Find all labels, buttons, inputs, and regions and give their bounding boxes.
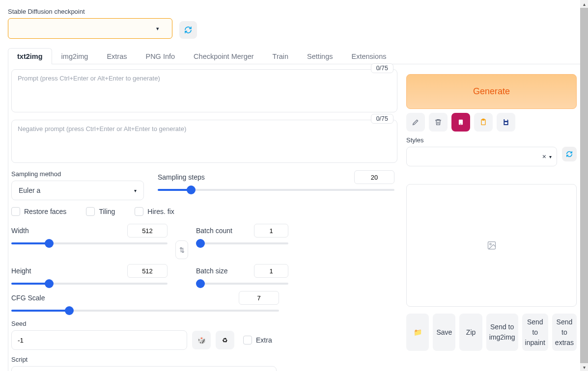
sampling-steps-input[interactable] (354, 170, 394, 184)
save-button[interactable]: Save (433, 314, 455, 351)
height-slider[interactable] (11, 283, 168, 285)
tab-checkpoint-merger[interactable]: Checkpoint Merger (184, 48, 263, 64)
hires-fix-checkbox[interactable]: Hires. fix (135, 207, 174, 216)
zip-button[interactable]: Zip (459, 314, 482, 351)
swap-dimensions-button[interactable]: ⇅ (175, 240, 188, 259)
send-to-img2img-button[interactable]: Send to img2img (486, 314, 518, 351)
sampling-method-value: Euler a (19, 186, 40, 194)
restore-faces-checkbox[interactable]: Restore faces (11, 207, 66, 216)
seed-label: Seed (11, 320, 394, 327)
height-label: Height (11, 267, 31, 275)
recycle-icon: ♻ (222, 337, 228, 344)
width-slider[interactable] (11, 242, 168, 244)
batch-count-slider[interactable] (196, 242, 288, 244)
sampling-steps-slider[interactable] (158, 189, 394, 191)
clear-icon[interactable]: × (542, 153, 546, 160)
dice-icon: 🎲 (197, 337, 206, 344)
tab-img2img[interactable]: img2img (52, 48, 98, 64)
svg-rect-4 (504, 119, 507, 121)
folder-icon: 📁 (414, 327, 422, 338)
cfg-input[interactable] (239, 291, 279, 305)
output-gallery (406, 184, 577, 307)
scrollbar[interactable]: ▴ ▾ (580, 0, 588, 371)
styles-select[interactable]: × ▾ (406, 147, 557, 166)
interrogate-button[interactable] (406, 113, 425, 132)
svg-rect-3 (482, 119, 484, 120)
trash-icon (434, 118, 442, 126)
svg-point-1 (460, 124, 461, 125)
script-select[interactable]: None ▾ (11, 366, 277, 371)
width-input[interactable] (127, 224, 168, 238)
extra-networks-button[interactable] (451, 113, 470, 132)
batch-count-input[interactable] (254, 224, 288, 238)
tab-pnginfo[interactable]: PNG Info (136, 48, 184, 64)
negative-prompt-input[interactable] (11, 120, 397, 163)
clear-prompt-button[interactable] (429, 113, 448, 132)
cfg-label: CFG Scale (11, 294, 45, 302)
tab-train[interactable]: Train (263, 48, 298, 64)
refresh-checkpoint-button[interactable] (179, 21, 197, 39)
scrollbar-thumb[interactable] (580, 8, 588, 363)
height-input[interactable] (127, 264, 168, 278)
sampling-method-select[interactable]: Euler a ▾ (11, 181, 144, 200)
checkpoint-label: Stable Diffusion checkpoint (8, 8, 172, 15)
chevron-down-icon: ▾ (156, 26, 159, 32)
styles-label: Styles (406, 136, 577, 144)
svg-rect-5 (504, 122, 507, 124)
reuse-seed-button[interactable]: ♻ (216, 331, 234, 349)
scroll-down-arrow-icon[interactable]: ▾ (580, 363, 588, 371)
batch-size-input[interactable] (254, 264, 288, 278)
open-folder-button[interactable]: 📁 (406, 314, 429, 351)
checkpoint-select[interactable]: ▾ (8, 18, 172, 39)
svg-point-7 (489, 243, 491, 245)
send-to-inpaint-button[interactable]: Send to inpaint (522, 314, 548, 351)
prompt-token-counter: 0/75 (371, 63, 393, 73)
paste-button[interactable] (474, 113, 493, 132)
batch-count-label: Batch count (196, 227, 232, 235)
refresh-icon (184, 26, 192, 34)
sampling-method-label: Sampling method (11, 170, 144, 178)
chevron-down-icon: ▾ (134, 188, 137, 193)
chevron-down-icon: ▾ (549, 154, 552, 159)
tiling-checkbox[interactable]: Tiling (86, 207, 115, 216)
clipboard-icon (479, 118, 487, 126)
width-label: Width (11, 227, 29, 235)
cfg-slider[interactable] (11, 310, 279, 312)
refresh-icon (566, 151, 573, 158)
batch-size-slider[interactable] (196, 283, 288, 285)
generate-button[interactable]: Generate (406, 74, 577, 109)
refresh-styles-button[interactable] (562, 147, 577, 161)
image-placeholder-icon (487, 240, 497, 250)
script-label: Script (11, 356, 394, 363)
save-style-button[interactable] (497, 113, 515, 132)
batch-size-label: Batch size (196, 267, 228, 275)
card-icon (457, 119, 464, 126)
send-to-extras-button[interactable]: Send to extras (552, 314, 577, 351)
tab-extras[interactable]: Extras (97, 48, 136, 64)
seed-input[interactable] (11, 330, 187, 350)
tabs: txt2img img2img Extras PNG Info Checkpoi… (8, 48, 582, 64)
sampling-steps-label: Sampling steps (158, 173, 205, 181)
prompt-input[interactable] (11, 69, 397, 112)
random-seed-button[interactable]: 🎲 (192, 331, 211, 349)
scroll-up-arrow-icon[interactable]: ▴ (580, 0, 588, 8)
tab-extensions[interactable]: Extensions (342, 48, 396, 64)
extra-seed-checkbox[interactable]: Extra (243, 336, 272, 344)
save-icon (502, 118, 510, 126)
tab-settings[interactable]: Settings (298, 48, 342, 64)
tab-txt2img[interactable]: txt2img (8, 48, 52, 64)
pencil-icon (412, 118, 420, 126)
neg-prompt-token-counter: 0/75 (371, 114, 393, 124)
